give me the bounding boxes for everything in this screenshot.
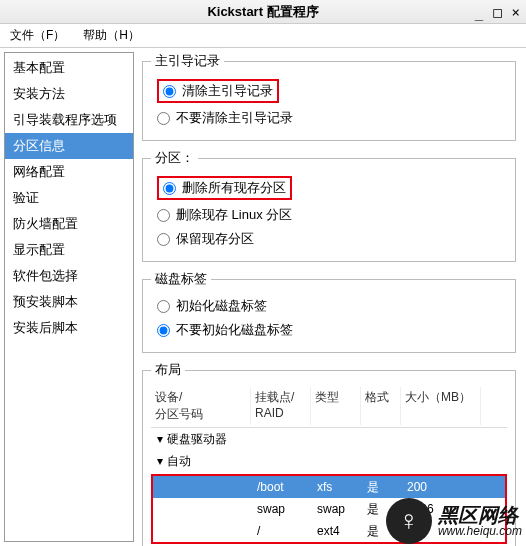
layout-group: 布局 设备/ 分区号码 挂载点/ RAID 类型 格式 大小（MB） ▾硬盘驱动… (142, 361, 516, 546)
partition-keep-label: 保留现存分区 (176, 230, 254, 248)
cell-type: swap (313, 500, 363, 518)
cell-type: xfs (313, 478, 363, 496)
layout-tree: ▾硬盘驱动器 ▾自动 /boot xfs 是 200 swap (151, 428, 507, 544)
disklabel-noinit-label: 不要初始化磁盘标签 (176, 321, 293, 339)
disklabel-noinit-radio[interactable] (157, 324, 170, 337)
window-controls: _ □ × (475, 0, 520, 24)
sidebar-item-partition[interactable]: 分区信息 (5, 133, 133, 159)
partition-removeall-radio[interactable] (163, 182, 176, 195)
sidebar-item-display[interactable]: 显示配置 (5, 237, 133, 263)
menu-help[interactable]: 帮助（H） (79, 25, 144, 46)
expander-icon[interactable]: ▾ (155, 432, 165, 446)
partition-group: 分区： 删除所有现存分区 删除现存 Linux 分区 保留现存分区 (142, 149, 516, 262)
partition-legend: 分区： (151, 149, 198, 167)
partition-removeall-highlight: 删除所有现存分区 (157, 176, 292, 200)
disklabel-group: 磁盘标签 初始化磁盘标签 不要初始化磁盘标签 (142, 270, 516, 353)
partition-removelinux-radio[interactable] (157, 209, 170, 222)
col-format[interactable]: 格式 (361, 387, 401, 425)
cell-size: 4096 (403, 500, 483, 518)
tree-root-label: 硬盘驱动器 (167, 432, 227, 446)
col-type[interactable]: 类型 (311, 387, 361, 425)
partition-removelinux-label: 删除现存 Linux 分区 (176, 206, 292, 224)
menubar: 文件（F） 帮助（H） (0, 24, 526, 48)
partition-removeall-label: 删除所有现存分区 (182, 179, 286, 197)
mbr-clear-highlight: 清除主引导记录 (157, 79, 279, 103)
mbr-clear-radio[interactable] (163, 85, 176, 98)
cell-size: 200 (403, 478, 483, 496)
tree-row-root[interactable]: ▾硬盘驱动器 (151, 428, 507, 450)
mbr-legend: 主引导记录 (151, 52, 224, 70)
mbr-group: 主引导记录 清除主引导记录 不要清除主引导记录 (142, 52, 516, 141)
cell-type: ext4 (313, 522, 363, 540)
cell-format: 是 (363, 521, 403, 542)
tree-auto-label: 自动 (167, 454, 191, 468)
table-row[interactable]: /boot xfs 是 200 (153, 476, 505, 498)
tree-row-auto[interactable]: ▾自动 (151, 450, 507, 472)
content-area: 主引导记录 清除主引导记录 不要清除主引导记录 分区： 删除所有现存分区 (138, 48, 526, 546)
disklabel-init-label: 初始化磁盘标签 (176, 297, 267, 315)
disklabel-init-radio[interactable] (157, 300, 170, 313)
minimize-icon[interactable]: _ (475, 4, 483, 20)
cell-mount: swap (253, 500, 313, 518)
col-mount[interactable]: 挂载点/ RAID (251, 387, 311, 425)
sidebar-item-firewall[interactable]: 防火墙配置 (5, 211, 133, 237)
sidebar-item-bootloader[interactable]: 引导装载程序选项 (5, 107, 133, 133)
sidebar-item-packages[interactable]: 软件包选择 (5, 263, 133, 289)
sidebar-item-network[interactable]: 网络配置 (5, 159, 133, 185)
window-title: Kickstart 配置程序 (207, 3, 318, 21)
layout-rows-highlight: /boot xfs 是 200 swap swap 是 4096 / (151, 474, 507, 544)
partition-keep-radio[interactable] (157, 233, 170, 246)
sidebar-item-auth[interactable]: 验证 (5, 185, 133, 211)
expander-icon[interactable]: ▾ (155, 454, 165, 468)
cell-mount: / (253, 522, 313, 540)
table-row[interactable]: / ext4 是 1 (153, 520, 505, 542)
titlebar: Kickstart 配置程序 _ □ × (0, 0, 526, 24)
mbr-clear-label: 清除主引导记录 (182, 82, 273, 100)
close-icon[interactable]: × (512, 4, 520, 20)
disklabel-legend: 磁盘标签 (151, 270, 211, 288)
sidebar: 基本配置 安装方法 引导装载程序选项 分区信息 网络配置 验证 防火墙配置 显示… (4, 52, 134, 542)
table-row[interactable]: swap swap 是 4096 (153, 498, 505, 520)
sidebar-item-prescript[interactable]: 预安装脚本 (5, 289, 133, 315)
menu-file[interactable]: 文件（F） (6, 25, 69, 46)
layout-table-header: 设备/ 分区号码 挂载点/ RAID 类型 格式 大小（MB） (151, 385, 507, 428)
mbr-keep-label: 不要清除主引导记录 (176, 109, 293, 127)
sidebar-item-basic[interactable]: 基本配置 (5, 55, 133, 81)
cell-format: 是 (363, 499, 403, 520)
mbr-keep-radio[interactable] (157, 112, 170, 125)
cell-format: 是 (363, 477, 403, 498)
cell-mount: /boot (253, 478, 313, 496)
col-device[interactable]: 设备/ 分区号码 (151, 387, 251, 425)
sidebar-item-postscript[interactable]: 安装后脚本 (5, 315, 133, 341)
maximize-icon[interactable]: □ (493, 4, 501, 20)
col-size[interactable]: 大小（MB） (401, 387, 481, 425)
sidebar-item-install[interactable]: 安装方法 (5, 81, 133, 107)
cell-size: 1 (403, 522, 483, 540)
layout-legend: 布局 (151, 361, 185, 379)
